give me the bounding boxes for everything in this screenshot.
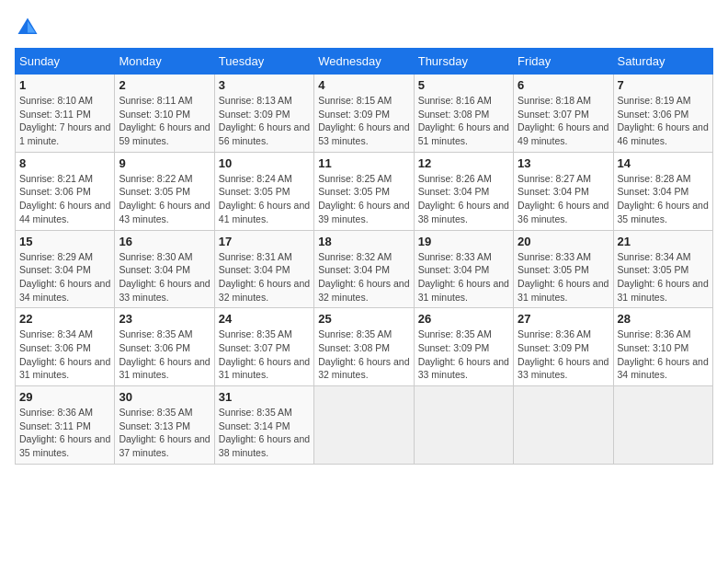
- day-info: Sunrise: 8:25 AMSunset: 3:05 PMDaylight:…: [318, 172, 409, 226]
- day-info: Sunrise: 8:32 AMSunset: 3:04 PMDaylight:…: [318, 250, 409, 304]
- calendar-day-cell: 19Sunrise: 8:33 AMSunset: 3:04 PMDayligh…: [414, 230, 513, 308]
- day-number: 21: [618, 235, 709, 248]
- calendar-day-cell: 8Sunrise: 8:21 AMSunset: 3:06 PMDaylight…: [16, 152, 115, 230]
- day-info: Sunrise: 8:30 AMSunset: 3:04 PMDaylight:…: [119, 250, 210, 304]
- calendar-day-cell: 29Sunrise: 8:36 AMSunset: 3:11 PMDayligh…: [16, 386, 115, 465]
- day-info: Sunrise: 8:27 AMSunset: 3:04 PMDaylight:…: [518, 172, 609, 226]
- day-info: Sunrise: 8:35 AMSunset: 3:09 PMDaylight:…: [418, 327, 509, 382]
- calendar-day-cell: 2Sunrise: 8:11 AMSunset: 3:10 PMDaylight…: [115, 75, 214, 153]
- day-number: 18: [318, 235, 409, 248]
- day-info: Sunrise: 8:24 AMSunset: 3:05 PMDaylight:…: [219, 172, 310, 226]
- day-info: Sunrise: 8:36 AMSunset: 3:11 PMDaylight:…: [19, 406, 110, 460]
- calendar-day-cell: 10Sunrise: 8:24 AMSunset: 3:05 PMDayligh…: [214, 152, 313, 230]
- day-number: 19: [418, 235, 509, 248]
- day-number: 4: [318, 78, 409, 92]
- day-info: Sunrise: 8:35 AMSunset: 3:06 PMDaylight:…: [119, 327, 210, 382]
- day-number: 27: [518, 312, 609, 326]
- calendar-day-cell: 11Sunrise: 8:25 AMSunset: 3:05 PMDayligh…: [314, 152, 414, 230]
- calendar-day-cell: 3Sunrise: 8:13 AMSunset: 3:09 PMDaylight…: [214, 75, 313, 153]
- day-number: 2: [119, 78, 210, 92]
- calendar-day-cell: 14Sunrise: 8:28 AMSunset: 3:04 PMDayligh…: [613, 152, 712, 230]
- calendar-day-cell: 13Sunrise: 8:27 AMSunset: 3:04 PMDayligh…: [514, 152, 613, 230]
- weekday-header-friday: Friday: [514, 49, 613, 75]
- calendar-day-cell: 6Sunrise: 8:18 AMSunset: 3:07 PMDaylight…: [514, 75, 613, 153]
- calendar-day-cell: 24Sunrise: 8:35 AMSunset: 3:07 PMDayligh…: [214, 308, 313, 386]
- logo-icon: [15, 15, 40, 40]
- weekday-header-monday: Monday: [115, 49, 214, 75]
- day-info: Sunrise: 8:35 AMSunset: 3:13 PMDaylight:…: [119, 406, 210, 460]
- calendar-day-cell: 22Sunrise: 8:34 AMSunset: 3:06 PMDayligh…: [16, 308, 115, 386]
- calendar-day-cell: 26Sunrise: 8:35 AMSunset: 3:09 PMDayligh…: [414, 308, 513, 386]
- calendar-week-row: 1Sunrise: 8:10 AMSunset: 3:11 PMDaylight…: [16, 75, 713, 153]
- day-info: Sunrise: 8:11 AMSunset: 3:10 PMDaylight:…: [119, 94, 210, 148]
- day-info: Sunrise: 8:16 AMSunset: 3:08 PMDaylight:…: [418, 94, 509, 148]
- calendar-day-cell: 21Sunrise: 8:34 AMSunset: 3:05 PMDayligh…: [613, 230, 712, 308]
- weekday-header-wednesday: Wednesday: [314, 49, 414, 75]
- day-number: 8: [19, 156, 110, 170]
- day-number: 29: [19, 390, 110, 404]
- day-info: Sunrise: 8:35 AMSunset: 3:07 PMDaylight:…: [219, 327, 310, 382]
- day-info: Sunrise: 8:35 AMSunset: 3:14 PMDaylight:…: [219, 406, 310, 460]
- calendar-day-cell: 31Sunrise: 8:35 AMSunset: 3:14 PMDayligh…: [214, 386, 313, 465]
- calendar-day-cell: [414, 386, 513, 465]
- day-number: 15: [19, 235, 110, 248]
- calendar-day-cell: 25Sunrise: 8:35 AMSunset: 3:08 PMDayligh…: [314, 308, 414, 386]
- day-number: 7: [618, 78, 709, 92]
- weekday-header-thursday: Thursday: [414, 49, 513, 75]
- calendar-day-cell: 7Sunrise: 8:19 AMSunset: 3:06 PMDaylight…: [613, 75, 712, 153]
- calendar-day-cell: 12Sunrise: 8:26 AMSunset: 3:04 PMDayligh…: [414, 152, 513, 230]
- day-info: Sunrise: 8:15 AMSunset: 3:09 PMDaylight:…: [318, 94, 409, 148]
- day-info: Sunrise: 8:21 AMSunset: 3:06 PMDaylight:…: [19, 172, 110, 226]
- day-number: 31: [219, 390, 310, 404]
- calendar-day-cell: 27Sunrise: 8:36 AMSunset: 3:09 PMDayligh…: [514, 308, 613, 386]
- calendar-day-cell: 5Sunrise: 8:16 AMSunset: 3:08 PMDaylight…: [414, 75, 513, 153]
- day-info: Sunrise: 8:35 AMSunset: 3:08 PMDaylight:…: [318, 327, 409, 382]
- calendar-day-cell: [613, 386, 712, 465]
- day-number: 3: [219, 78, 310, 92]
- day-number: 1: [19, 78, 110, 92]
- day-info: Sunrise: 8:36 AMSunset: 3:09 PMDaylight:…: [518, 327, 609, 382]
- day-info: Sunrise: 8:34 AMSunset: 3:06 PMDaylight:…: [19, 327, 110, 382]
- logo: [15, 15, 44, 40]
- day-info: Sunrise: 8:33 AMSunset: 3:04 PMDaylight:…: [418, 250, 509, 304]
- day-number: 23: [119, 312, 210, 326]
- day-number: 11: [318, 156, 409, 170]
- day-number: 30: [119, 390, 210, 404]
- day-info: Sunrise: 8:29 AMSunset: 3:04 PMDaylight:…: [19, 250, 110, 304]
- day-info: Sunrise: 8:26 AMSunset: 3:04 PMDaylight:…: [418, 172, 509, 226]
- calendar-day-cell: 1Sunrise: 8:10 AMSunset: 3:11 PMDaylight…: [16, 75, 115, 153]
- calendar-day-cell: 28Sunrise: 8:36 AMSunset: 3:10 PMDayligh…: [613, 308, 712, 386]
- day-number: 14: [618, 156, 709, 170]
- day-number: 9: [119, 156, 210, 170]
- day-number: 24: [219, 312, 310, 326]
- calendar-day-cell: 18Sunrise: 8:32 AMSunset: 3:04 PMDayligh…: [314, 230, 414, 308]
- day-number: 22: [19, 312, 110, 326]
- calendar-day-cell: 9Sunrise: 8:22 AMSunset: 3:05 PMDaylight…: [115, 152, 214, 230]
- calendar-day-cell: 30Sunrise: 8:35 AMSunset: 3:13 PMDayligh…: [115, 386, 214, 465]
- day-number: 25: [318, 312, 409, 326]
- calendar-table: SundayMondayTuesdayWednesdayThursdayFrid…: [15, 48, 713, 465]
- calendar-day-cell: [314, 386, 414, 465]
- calendar-day-cell: 16Sunrise: 8:30 AMSunset: 3:04 PMDayligh…: [115, 230, 214, 308]
- day-info: Sunrise: 8:13 AMSunset: 3:09 PMDaylight:…: [219, 94, 310, 148]
- day-number: 13: [518, 156, 609, 170]
- day-info: Sunrise: 8:18 AMSunset: 3:07 PMDaylight:…: [518, 94, 609, 148]
- calendar-day-cell: 20Sunrise: 8:33 AMSunset: 3:05 PMDayligh…: [514, 230, 613, 308]
- calendar-day-cell: 4Sunrise: 8:15 AMSunset: 3:09 PMDaylight…: [314, 75, 414, 153]
- calendar-day-cell: [514, 386, 613, 465]
- weekday-header-row: SundayMondayTuesdayWednesdayThursdayFrid…: [16, 49, 713, 75]
- weekday-header-saturday: Saturday: [613, 49, 712, 75]
- day-number: 10: [219, 156, 310, 170]
- calendar-week-row: 15Sunrise: 8:29 AMSunset: 3:04 PMDayligh…: [16, 230, 713, 308]
- day-info: Sunrise: 8:28 AMSunset: 3:04 PMDaylight:…: [618, 172, 709, 226]
- page-header: [15, 15, 713, 40]
- day-number: 6: [518, 78, 609, 92]
- calendar-day-cell: 23Sunrise: 8:35 AMSunset: 3:06 PMDayligh…: [115, 308, 214, 386]
- day-info: Sunrise: 8:22 AMSunset: 3:05 PMDaylight:…: [119, 172, 210, 226]
- day-info: Sunrise: 8:19 AMSunset: 3:06 PMDaylight:…: [618, 94, 709, 148]
- day-info: Sunrise: 8:10 AMSunset: 3:11 PMDaylight:…: [19, 94, 110, 148]
- day-info: Sunrise: 8:33 AMSunset: 3:05 PMDaylight:…: [518, 250, 609, 304]
- day-number: 12: [418, 156, 509, 170]
- day-number: 26: [418, 312, 509, 326]
- calendar-week-row: 8Sunrise: 8:21 AMSunset: 3:06 PMDaylight…: [16, 152, 713, 230]
